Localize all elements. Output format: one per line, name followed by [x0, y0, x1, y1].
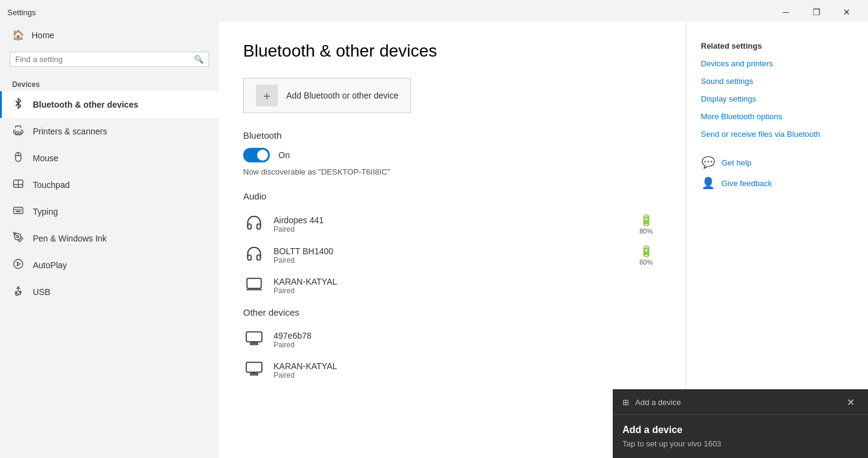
device-name: 497e6b78	[274, 331, 661, 341]
search-input[interactable]	[15, 55, 190, 64]
popup-close-button[interactable]: ✕	[843, 395, 858, 409]
sidebar-item-label: Printers & scanners	[33, 127, 107, 136]
device-info: Airdopes 441 Paired	[274, 215, 622, 234]
typing-icon	[12, 205, 24, 218]
bluetooth-toggle-label: On	[278, 150, 290, 160]
sidebar-item-touchpad[interactable]: Touchpad	[0, 172, 219, 198]
app-title: Settings	[7, 8, 36, 17]
monitor-icon	[243, 330, 265, 350]
svg-rect-17	[16, 292, 17, 294]
svg-rect-21	[250, 343, 258, 344]
device-item-boltt[interactable]: BOLTT BH1400 Paired 🔋 60%	[243, 240, 661, 271]
display-settings-link[interactable]: Display settings	[701, 94, 853, 103]
device-item-karan-katyal-other[interactable]: KARAN-KATYAL Paired	[243, 355, 661, 386]
popup-subtitle: Tap to set up your vivo 1603	[622, 439, 858, 448]
headphones-icon	[243, 214, 265, 235]
device-info: KARAN-KATYAL Paired	[274, 361, 661, 380]
svg-marker-16	[18, 262, 21, 266]
send-receive-bluetooth-link[interactable]: Send or receive files via Bluetooth	[701, 130, 853, 139]
discoverable-text: Now discoverable as "DESKTOP-T6II8IC"	[243, 167, 661, 176]
give-feedback-item[interactable]: 👤 Give feedback	[701, 176, 853, 190]
headphones-icon	[243, 245, 265, 266]
more-bluetooth-link[interactable]: More Bluetooth options	[701, 112, 853, 121]
popup-header-icon: ⊞	[622, 398, 629, 407]
popup-header: ⊞ Add a device ✕	[613, 389, 868, 415]
svg-point-14	[17, 236, 19, 238]
device-status: Paired	[274, 256, 622, 265]
give-feedback-icon: 👤	[701, 176, 715, 190]
popup-body: Add a device Tap to set up your vivo 160…	[613, 415, 868, 458]
sidebar-item-bluetooth[interactable]: Bluetooth & other devices	[0, 91, 219, 118]
sidebar-item-printers[interactable]: Printers & scanners	[0, 118, 219, 145]
related-settings-title: Related settings	[701, 41, 853, 50]
touchpad-icon	[12, 178, 24, 192]
svg-rect-23	[246, 363, 262, 372]
svg-rect-8	[14, 207, 23, 214]
search-box[interactable]: 🔍	[10, 52, 209, 67]
mouse-icon	[12, 151, 24, 165]
sidebar-item-label: Typing	[33, 207, 58, 217]
svg-rect-24	[250, 373, 258, 375]
battery-level: 60%	[639, 258, 653, 266]
device-info: 497e6b78 Paired	[274, 331, 661, 349]
battery-icon: 🔋	[639, 213, 653, 227]
popup-header-left: ⊞ Add a device	[622, 398, 681, 407]
device-battery: 🔋 80%	[631, 213, 661, 235]
sidebar: 🏠 Home 🔍 Devices Bluetooth & other devic…	[0, 22, 219, 458]
device-battery: 🔋 60%	[631, 245, 661, 266]
home-label: Home	[32, 30, 54, 40]
sidebar-item-label: Mouse	[33, 153, 58, 163]
device-item-497[interactable]: 497e6b78 Paired	[243, 325, 661, 355]
sidebar-item-autoplay[interactable]: AutoPlay	[0, 252, 219, 279]
sidebar-item-pen[interactable]: Pen & Windows Ink	[0, 225, 219, 252]
monitor-icon	[243, 360, 265, 381]
svg-rect-18	[19, 291, 21, 293]
sidebar-item-label: Pen & Windows Ink	[33, 234, 106, 243]
device-info: KARAN-KATYAL Paired	[274, 277, 661, 295]
device-status: Paired	[274, 286, 661, 295]
window-controls: ─ ❐ ✕	[772, 4, 861, 21]
laptop-icon	[243, 276, 265, 296]
pen-icon	[12, 232, 24, 245]
bluetooth-toggle-row: On	[243, 148, 661, 162]
notification-popup: ⊞ Add a device ✕ Add a device Tap to set…	[613, 389, 868, 458]
search-icon: 🔍	[194, 55, 204, 64]
device-name: Airdopes 441	[274, 215, 622, 225]
get-help-item[interactable]: 💬 Get help	[701, 156, 853, 169]
get-help-link[interactable]: Get help	[722, 158, 751, 167]
add-device-button[interactable]: ＋ Add Bluetooth or other device	[243, 78, 411, 113]
device-name: KARAN-KATYAL	[274, 361, 661, 371]
svg-rect-20	[246, 332, 262, 342]
sidebar-item-label: USB	[33, 287, 50, 297]
sidebar-item-typing[interactable]: Typing	[0, 198, 219, 225]
minimize-button[interactable]: ─	[772, 4, 800, 21]
title-bar: Settings ─ ❐ ✕	[0, 0, 868, 22]
give-feedback-link[interactable]: Give feedback	[722, 179, 772, 188]
bluetooth-icon	[12, 98, 24, 111]
bluetooth-section-title: Bluetooth	[243, 130, 661, 141]
close-button[interactable]: ✕	[833, 4, 861, 21]
popup-title: Add a device	[622, 425, 858, 435]
sidebar-item-mouse[interactable]: Mouse	[0, 145, 219, 172]
page-title: Bluetooth & other devices	[243, 41, 661, 61]
bluetooth-toggle[interactable]	[243, 148, 270, 162]
audio-section-title: Audio	[243, 191, 661, 201]
maximize-button[interactable]: ❐	[802, 4, 830, 21]
sidebar-item-label: AutoPlay	[33, 260, 67, 270]
add-button-label: Add Bluetooth or other device	[286, 91, 398, 100]
device-item-airdopes[interactable]: Airdopes 441 Paired 🔋 80%	[243, 209, 661, 240]
sidebar-home[interactable]: 🏠 Home	[0, 22, 219, 48]
sound-settings-link[interactable]: Sound settings	[701, 77, 853, 86]
device-status: Paired	[274, 225, 622, 234]
svg-point-15	[14, 260, 23, 269]
svg-rect-19	[247, 279, 261, 288]
sidebar-item-usb[interactable]: USB	[0, 279, 219, 305]
sidebar-item-label: Touchpad	[33, 180, 70, 190]
battery-icon: 🔋	[639, 245, 653, 258]
sidebar-section-label: Devices	[0, 77, 219, 91]
device-name: BOLTT BH1400	[274, 246, 622, 256]
devices-printers-link[interactable]: Devices and printers	[701, 59, 853, 68]
help-section: 💬 Get help 👤 Give feedback	[701, 156, 853, 190]
sidebar-item-label: Bluetooth & other devices	[33, 100, 138, 109]
device-item-karan-katyal-audio[interactable]: KARAN-KATYAL Paired	[243, 271, 661, 301]
